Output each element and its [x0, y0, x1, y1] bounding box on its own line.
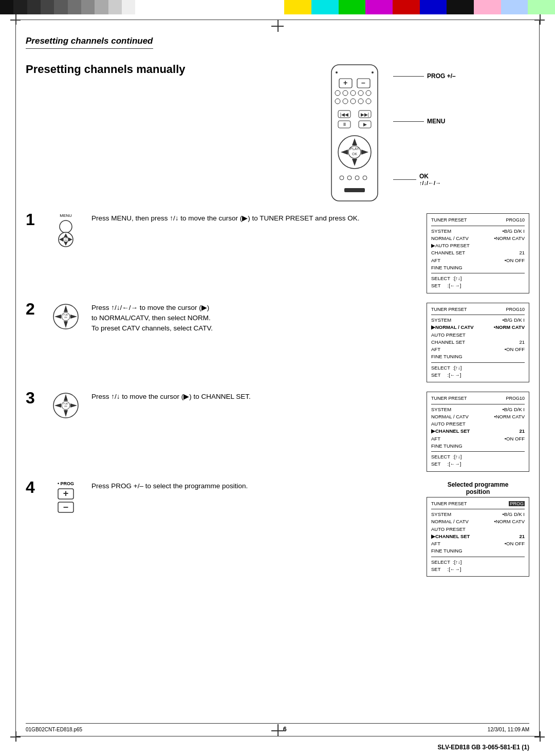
- svg-text:OK: OK: [352, 152, 357, 156]
- step-1-text: Press MENU, then press ↑/↓ to move the c…: [91, 213, 416, 224]
- footer-file: 01GB02CNT-ED818.p65: [26, 727, 82, 732]
- svg-point-14: [350, 99, 356, 104]
- svg-text:OK: OK: [64, 405, 67, 408]
- svg-text:+: +: [343, 79, 347, 87]
- svg-point-38: [60, 220, 72, 233]
- ok-label: OK ↑/↓/←/→: [393, 173, 441, 186]
- svg-point-16: [366, 99, 371, 104]
- svg-point-36: [363, 176, 367, 180]
- step-2-icon: PLAY OK: [48, 303, 84, 331]
- svg-point-34: [347, 176, 351, 180]
- svg-point-15: [358, 99, 363, 104]
- svg-text:⏸: ⏸: [342, 122, 347, 127]
- svg-point-7: [335, 90, 340, 96]
- svg-point-35: [355, 176, 359, 180]
- model-number: SLV-ED818 GB 3-065-581-E1 (1): [437, 744, 529, 751]
- svg-point-9: [350, 90, 356, 96]
- prog-label: PROG +/–: [393, 72, 456, 80]
- italic-title: Presetting channels continued: [26, 36, 153, 49]
- svg-point-12: [335, 99, 340, 104]
- step-3-text: Press ↑/↓ to move the cursor (▶) to CHAN…: [91, 392, 416, 402]
- step-3: 3 PLAY OK Press ↑/↓ to move the cursor (…: [26, 392, 529, 472]
- svg-text:▶▶|: ▶▶|: [361, 112, 369, 117]
- svg-text:OK: OK: [64, 316, 67, 319]
- step-3-number: 3: [26, 390, 44, 406]
- svg-point-1: [336, 71, 338, 73]
- step-1-screen: TUNER PRESET PROG10 SYSTEM•B/G D/K I NOR…: [427, 213, 529, 293]
- svg-point-10: [358, 90, 363, 96]
- step-1-number: 1: [26, 211, 44, 228]
- footer: 01GB02CNT-ED818.p65 6 12/3/01, 11:09 AM: [26, 723, 529, 733]
- footer-date: 12/3/01, 11:09 AM: [488, 727, 529, 732]
- main-title: Presetting channels manually: [26, 62, 303, 77]
- step-2-text: Press ↑/↓/←/→ to move the cursor (▶)to N…: [91, 303, 416, 334]
- svg-text:OK: OK: [64, 239, 67, 242]
- selected-prog-label: Selected programme position: [427, 481, 529, 495]
- step-4: 4 • PROG + – Press PROG +/– to select th…: [26, 481, 529, 577]
- page-number: 6: [283, 726, 287, 733]
- steps-container: 1 MENU PLAY OK Press MENU, then press ↑/…: [26, 213, 529, 577]
- step-1: 1 MENU PLAY OK Press MENU, then press ↑/…: [26, 213, 529, 293]
- svg-text:–: –: [361, 79, 365, 87]
- step-2-number: 2: [26, 301, 44, 317]
- svg-rect-0: [331, 65, 378, 201]
- svg-point-33: [340, 176, 344, 180]
- step-4-text: Press PROG +/– to select the programme p…: [91, 481, 416, 491]
- svg-point-8: [343, 90, 348, 96]
- svg-point-2: [372, 71, 374, 73]
- step-3-icon: PLAY OK: [48, 392, 84, 420]
- menu-label: MENU: [393, 118, 445, 125]
- step-3-screen: TUNER PRESET PROG10 SYSTEM•B/G D/K I NOR…: [427, 392, 529, 472]
- svg-point-11: [366, 90, 371, 96]
- step-4-icon: • PROG + –: [48, 481, 84, 513]
- svg-text:+: +: [63, 488, 69, 499]
- svg-text:PLAY: PLAY: [350, 147, 359, 151]
- remote-illustration: + – |◀◀ ▶▶|: [324, 62, 385, 206]
- svg-text:–: –: [63, 502, 68, 512]
- svg-text:|◀◀: |◀◀: [340, 112, 348, 117]
- svg-point-13: [343, 99, 348, 104]
- step-4-number: 4: [26, 479, 44, 495]
- step-2-screen: TUNER PRESET PROG10 SYSTEM•B/G D/K I ▶NO…: [427, 303, 529, 383]
- step-2: 2 PLAY OK Press ↑/↓/←/→ to move the curs…: [26, 303, 529, 383]
- step-1-icon: MENU PLAY OK: [48, 213, 84, 247]
- step-4-screen: TUNER PRESET PROG SYSTEM•B/G D/K I NORMA…: [427, 497, 529, 577]
- main-content: Presetting channels continued Presetting…: [26, 36, 529, 725]
- svg-rect-37: [344, 188, 365, 192]
- svg-text:▶: ▶: [363, 122, 367, 127]
